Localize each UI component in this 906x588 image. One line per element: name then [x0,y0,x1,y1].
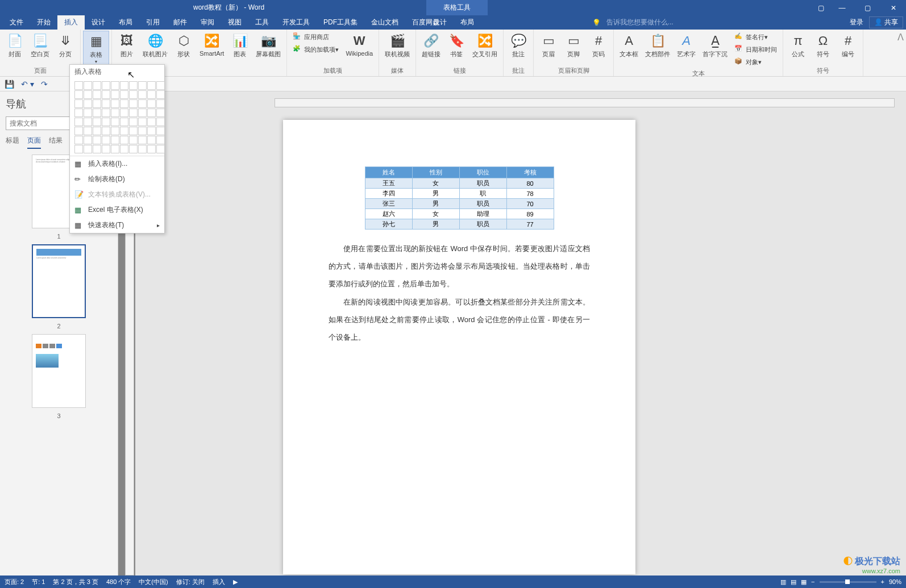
table-grid-cell[interactable] [74,81,83,90]
table-row[interactable]: 李四男职78 [365,189,554,199]
table-grid-cell[interactable] [74,145,83,153]
number-button[interactable]: #编号 [836,31,861,65]
wikipedia-button[interactable]: WWikipedia [342,31,376,65]
table-row[interactable]: 孙七男职员77 [365,219,554,230]
hyperlink-button[interactable]: 🔗超链接 [418,31,444,65]
screenshot-button[interactable]: 📷屏幕截图 [252,31,284,74]
table-grid-cell[interactable] [84,136,92,144]
tab-design[interactable]: 设计 [85,15,112,30]
table-grid-cell[interactable] [120,118,128,126]
table-row[interactable]: 赵六女助理89 [365,209,554,219]
save-button[interactable]: 💾 [5,80,14,89]
table-grid-cell[interactable] [138,109,147,117]
cover-page-button[interactable]: 📄封面 [2,31,27,65]
table-grid-cell[interactable] [102,136,110,144]
table-grid-cell[interactable] [74,136,83,144]
blank-page-button[interactable]: 📃空白页 [27,31,53,65]
table-grid-cell[interactable] [111,99,119,108]
redo-button[interactable]: ↷ [41,80,48,89]
nav-tab-headings[interactable]: 标题 [6,136,19,149]
table-grid-cell[interactable] [120,127,128,135]
comment-button[interactable]: 💬批注 [506,31,531,65]
table-grid-cell[interactable] [138,127,147,135]
online-video-button[interactable]: 🎬联机视频 [381,31,413,65]
pagenum-button[interactable]: #页码 [586,31,611,65]
table-grid-cell[interactable] [120,145,128,153]
table-size-grid[interactable] [70,79,164,156]
table-grid-cell[interactable] [156,127,165,135]
web-layout-icon[interactable]: ▦ [801,578,807,586]
status-mode[interactable]: 插入 [213,578,225,586]
read-mode-icon[interactable]: ▥ [780,578,786,586]
table-grid-cell[interactable] [147,109,156,117]
nav-tab-results[interactable]: 结果 [49,136,63,149]
nav-tab-pages[interactable]: 页面 [27,136,41,149]
undo-button[interactable]: ↶ ▾ [21,80,34,89]
table-grid-cell[interactable] [111,127,119,135]
table-grid-cell[interactable] [156,90,165,99]
minimize-button[interactable]: — [829,0,855,15]
table-grid-cell[interactable] [129,136,138,144]
table-grid-cell[interactable] [120,90,128,99]
page-thumbnail-2[interactable]: Lorem ipsum dolor sit amet consectetur [32,244,86,318]
table-grid-cell[interactable] [102,145,110,153]
table-grid-cell[interactable] [129,109,138,117]
insert-table-menu-item[interactable]: ▦插入表格(I)... [70,156,164,172]
my-addins-button[interactable]: 🧩我的加载项 ▾ [289,43,342,56]
table-grid-cell[interactable] [147,81,156,90]
table-grid-cell[interactable] [147,136,156,144]
tab-layout[interactable]: 布局 [112,15,139,30]
status-pages[interactable]: 第 2 页，共 3 页 [53,578,98,586]
tab-tools[interactable]: 工具 [248,15,276,30]
table-grid-cell[interactable] [93,118,101,126]
parts-button[interactable]: 📋文档部件 [642,31,674,68]
shapes-button[interactable]: ⬡形状 [171,31,196,74]
table-grid-cell[interactable] [111,81,119,90]
close-button[interactable]: ✕ [880,0,906,15]
chart-button[interactable]: 📊图表 [227,31,252,74]
document-page[interactable]: 姓名性别职位考核王五女职员80李四男职78张三男职员70赵六女助理89孙七男职员… [283,120,635,574]
table-grid-cell[interactable] [120,99,128,108]
table-grid-cell[interactable] [102,127,110,135]
tell-me-input[interactable]: 告诉我您想要做什么... [606,18,674,27]
table-grid-cell[interactable] [93,136,101,144]
quick-tables-menu-item[interactable]: ▦快速表格(T)▸ [70,218,164,233]
horizontal-ruler[interactable] [275,98,895,107]
login-link[interactable]: 登录 [850,18,863,27]
status-words[interactable]: 480 个字 [106,578,131,586]
table-grid-cell[interactable] [111,118,119,126]
table-grid-cell[interactable] [102,90,110,99]
table-grid-cell[interactable] [129,90,138,99]
table-grid-cell[interactable] [129,99,138,108]
table-grid-cell[interactable] [93,127,101,135]
doc-table[interactable]: 姓名性别职位考核王五女职员80李四男职78张三男职员70赵六女助理89孙七男职员… [365,166,554,230]
textbox-button[interactable]: A文本框 [616,31,642,68]
table-grid-cell[interactable] [111,136,119,144]
tab-home[interactable]: 开始 [30,15,57,30]
table-grid-cell[interactable] [93,81,101,90]
tab-mailings[interactable]: 邮件 [167,15,194,30]
table-grid-cell[interactable] [138,99,147,108]
table-grid-cell[interactable] [156,99,165,108]
footer-button[interactable]: ▭页脚 [561,31,586,65]
doc-body-text[interactable]: 使用在需要位置出现的新按钮在 Word 中保存时间。若要更改图片适应文档的方式，… [329,240,590,346]
table-grid-cell[interactable] [74,99,83,108]
zoom-level[interactable]: 90% [889,578,901,585]
table-grid-cell[interactable] [156,136,165,144]
table-grid-cell[interactable] [138,81,147,90]
smartart-button[interactable]: 🔀SmartArt [196,31,227,74]
table-grid-cell[interactable] [93,90,101,99]
table-grid-cell[interactable] [84,145,92,153]
status-lang[interactable]: 中文(中国) [139,578,168,586]
table-grid-cell[interactable] [156,81,165,90]
tab-insert[interactable]: 插入 [57,15,85,30]
table-grid-cell[interactable] [111,145,119,153]
table-grid-cell[interactable] [111,109,119,117]
table-grid-cell[interactable] [74,90,83,99]
wordart-button[interactable]: A艺术字 [674,31,699,68]
tab-pdf[interactable]: PDF工具集 [317,15,364,30]
share-button[interactable]: 👤 共享 [869,16,903,28]
status-page[interactable]: 页面: 2 [5,578,24,586]
tab-review[interactable]: 审阅 [194,15,221,30]
table-grid-cell[interactable] [156,109,165,117]
